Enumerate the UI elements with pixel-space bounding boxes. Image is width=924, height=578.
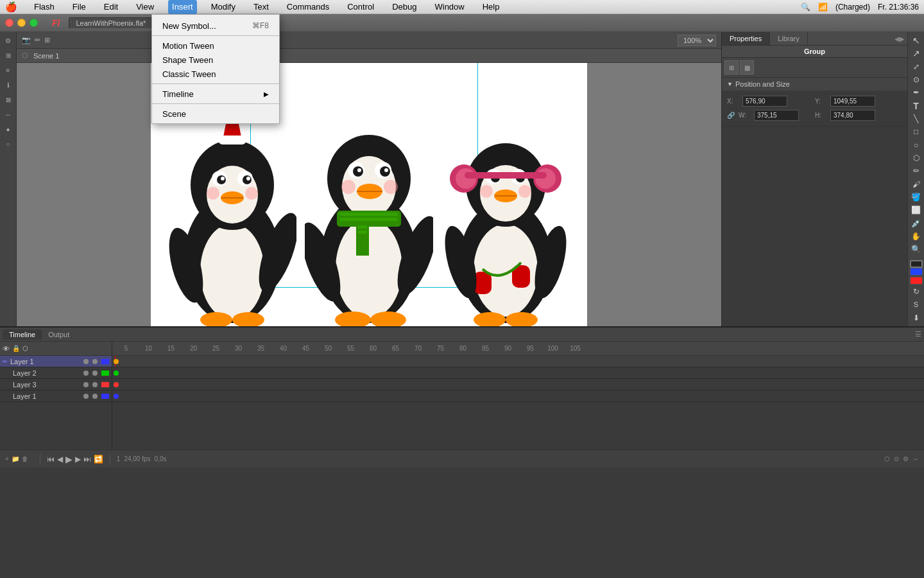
fill-color-blue[interactable] bbox=[910, 268, 923, 276]
right-tool-line[interactable]: ╲ bbox=[909, 113, 923, 125]
fill-color-red[interactable] bbox=[910, 277, 923, 285]
skip-start-button[interactable]: ⏮ bbox=[47, 455, 55, 464]
timeline-settings-icon[interactable]: ☰ bbox=[915, 330, 921, 338]
menu-commands[interactable]: Commands bbox=[283, 0, 333, 14]
track-1[interactable] bbox=[112, 356, 924, 367]
menu-flash[interactable]: Flash bbox=[30, 0, 58, 14]
right-tool-subselect[interactable]: ↗ bbox=[909, 48, 923, 59]
close-button[interactable] bbox=[5, 19, 13, 27]
menu-control[interactable]: Control bbox=[343, 0, 378, 14]
maximize-button[interactable] bbox=[30, 19, 38, 27]
timeline-area: Timeline Output ☰ 👁 🔒 ⬡ ✏ Layer 1 Layer … bbox=[0, 326, 924, 468]
right-tool-s[interactable]: S bbox=[909, 299, 923, 310]
document-tab[interactable]: LearnWithPhoenix.fla* bbox=[69, 17, 153, 28]
settings-icon[interactable]: ⚙ bbox=[903, 455, 909, 462]
track-2[interactable] bbox=[112, 367, 924, 379]
right-tool-eyedropper[interactable]: 💉 bbox=[909, 217, 923, 229]
right-tool-arrow-down[interactable]: ⬇ bbox=[909, 312, 923, 324]
play-button[interactable]: ▶ bbox=[65, 454, 73, 464]
eye-icon[interactable]: 👁 bbox=[3, 345, 10, 353]
layer-row-1[interactable]: ✏ Layer 1 bbox=[0, 356, 112, 367]
zoom-select[interactable]: 100% 50% 200% bbox=[678, 35, 716, 46]
wireframe-icon[interactable]: ⬡ bbox=[22, 345, 28, 352]
right-tool-rect[interactable]: □ bbox=[909, 126, 923, 137]
tab-library[interactable]: Library bbox=[770, 32, 808, 45]
step-forward-button[interactable]: ▶ bbox=[75, 455, 81, 464]
right-tool-eraser[interactable]: ⬜ bbox=[909, 204, 923, 216]
strip-icon-1[interactable]: ⚙ bbox=[1, 33, 15, 48]
right-tool-poly[interactable]: ⬡ bbox=[909, 152, 923, 164]
strip-icon-4[interactable]: ℹ bbox=[1, 78, 15, 92]
menu-item-shape-tween[interactable]: Shape Tween bbox=[152, 53, 279, 67]
arrows-icon[interactable]: ↔ bbox=[912, 455, 919, 462]
panel-collapse-icon[interactable]: ◀▶ bbox=[894, 35, 905, 42]
right-tool-zoom[interactable]: 🔍 bbox=[909, 243, 923, 255]
menu-item-scene[interactable]: Scene bbox=[152, 107, 279, 121]
stroke-color[interactable] bbox=[910, 260, 923, 268]
menu-modify[interactable]: Modify bbox=[207, 0, 239, 14]
strip-icon-3[interactable]: ≡ bbox=[1, 63, 15, 77]
h-input[interactable] bbox=[830, 110, 875, 121]
menu-edit[interactable]: Edit bbox=[100, 0, 122, 14]
strip-icon-8[interactable]: ○ bbox=[1, 137, 15, 151]
panel-icon-2[interactable]: ▦ bbox=[740, 60, 754, 74]
layer-row-4[interactable]: Layer 1 bbox=[0, 390, 112, 402]
menu-item-classic-tween[interactable]: Classic Tween bbox=[152, 67, 279, 81]
right-tool-transform[interactable]: ⤢ bbox=[909, 61, 923, 73]
panel-icon-1[interactable]: ⊞ bbox=[724, 60, 739, 74]
minimize-button[interactable] bbox=[17, 19, 26, 27]
menu-view[interactable]: View bbox=[132, 0, 158, 14]
loop-button[interactable]: 🔁 bbox=[94, 455, 103, 464]
right-tool-rotate[interactable]: ↻ bbox=[909, 286, 923, 297]
add-folder-icon[interactable]: 📁 bbox=[12, 455, 19, 462]
track-4[interactable] bbox=[112, 390, 924, 402]
layer-row-2[interactable]: Layer 2 bbox=[0, 367, 112, 379]
tab-properties[interactable]: Properties bbox=[722, 32, 770, 45]
right-tool-pen[interactable]: ✒ bbox=[909, 87, 923, 98]
strip-icon-6[interactable]: ↔ bbox=[1, 107, 15, 121]
menu-insert[interactable]: Insert bbox=[168, 0, 197, 14]
tab-timeline[interactable]: Timeline bbox=[3, 329, 42, 340]
right-tool-hand[interactable]: ✋ bbox=[909, 231, 923, 242]
tab-label[interactable]: LearnWithPhoenix.fla* bbox=[69, 17, 153, 28]
camera-icon[interactable]: 📷 bbox=[22, 36, 31, 44]
strip-icon-2[interactable]: ⊞ bbox=[1, 48, 15, 62]
right-tool-lasso[interactable]: ⊙ bbox=[909, 74, 923, 85]
onion-icon[interactable]: ⊙ bbox=[894, 455, 899, 462]
y-input[interactable] bbox=[830, 96, 875, 107]
menu-item-motion-tween[interactable]: Motion Tween bbox=[152, 39, 279, 53]
menu-file[interactable]: File bbox=[69, 0, 90, 14]
snap-icon[interactable]: ⊞ bbox=[44, 36, 50, 44]
resize-icon[interactable]: ⬡ bbox=[884, 455, 890, 462]
right-tool-oval[interactable]: ○ bbox=[909, 139, 923, 151]
menu-text[interactable]: Text bbox=[250, 0, 273, 14]
right-tool-pencil[interactable]: ✏ bbox=[909, 165, 923, 177]
skip-end-button[interactable]: ⏭ bbox=[83, 455, 91, 464]
w-input[interactable] bbox=[754, 110, 799, 121]
tab-output[interactable]: Output bbox=[42, 329, 76, 340]
right-tool-brush[interactable]: 🖌 bbox=[909, 178, 923, 189]
menu-debug[interactable]: Debug bbox=[388, 0, 420, 14]
strip-icon-5[interactable]: ⊠ bbox=[1, 92, 15, 107]
search-icon[interactable]: 🔍 bbox=[801, 3, 810, 12]
menu-item-timeline[interactable]: Timeline ▶ bbox=[152, 87, 279, 101]
delete-layer-icon[interactable]: 🗑 bbox=[22, 455, 28, 462]
track-3[interactable] bbox=[112, 379, 924, 390]
menu-item-new-symbol[interactable]: New Symbol... ⌘F8 bbox=[152, 19, 279, 33]
right-tool-text[interactable]: T bbox=[909, 100, 923, 112]
add-layer-icon[interactable]: + bbox=[5, 455, 9, 462]
strip-icon-7[interactable]: ● bbox=[1, 122, 15, 136]
step-back-button[interactable]: ◀ bbox=[57, 455, 63, 464]
menu-window[interactable]: Window bbox=[431, 0, 468, 14]
scene-name[interactable]: Scene 1 bbox=[33, 52, 59, 60]
right-tool-select[interactable]: ↖ bbox=[909, 35, 923, 46]
x-input[interactable] bbox=[742, 96, 787, 107]
zoom-control[interactable]: 100% 50% 200% bbox=[678, 35, 716, 46]
lock-icon[interactable]: 🔒 bbox=[12, 345, 20, 352]
layer-row-3[interactable]: Layer 3 bbox=[0, 379, 112, 390]
edit-icon[interactable]: ✏ bbox=[35, 36, 40, 44]
right-tool-paint[interactable]: 🪣 bbox=[909, 191, 923, 203]
menu-help[interactable]: Help bbox=[479, 0, 504, 14]
apple-menu[interactable]: 🍎 bbox=[5, 1, 17, 13]
section-header-position[interactable]: ▼ Position and Size bbox=[722, 78, 907, 91]
